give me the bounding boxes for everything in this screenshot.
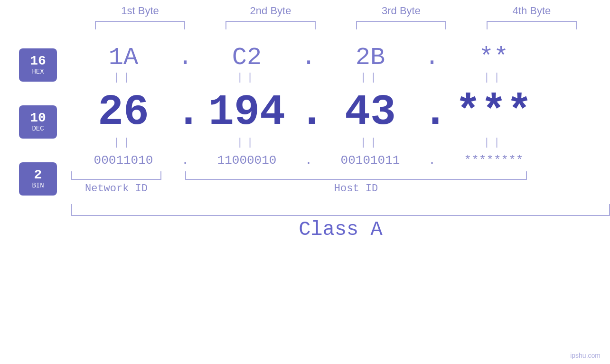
hex-name: HEX (32, 68, 44, 76)
hex-b3: 2B (318, 44, 422, 72)
eq2-b3: || (318, 137, 422, 149)
bin-num: 2 (34, 168, 42, 182)
byte1-header: 1st Byte (88, 5, 192, 17)
hex-b4: ** (441, 44, 546, 72)
bin-b4: ******** (441, 153, 546, 168)
class-bar (71, 204, 610, 216)
byte2-header: 2nd Byte (218, 5, 323, 17)
eq2-b1: || (71, 137, 176, 149)
class-label: Class A (71, 218, 610, 241)
hex-dot1: . (176, 44, 195, 72)
class-section: Class A (71, 204, 610, 241)
content-area: 16 HEX 10 DEC 2 BIN 1A . C2 . 2B . ** (0, 39, 610, 241)
byte-headers: 1st Byte 2nd Byte 3rd Byte 4th Byte (75, 5, 597, 17)
bracket-top-3 (356, 21, 446, 29)
dec-b2: 194 (195, 88, 299, 137)
eq1-b3: || (318, 72, 422, 84)
hex-b1: 1A (71, 44, 176, 72)
eq2-b4: || (441, 137, 546, 149)
bin-b2: 11000010 (195, 153, 299, 168)
dec-dot3: . (422, 88, 441, 137)
hex-num: 16 (30, 55, 46, 68)
bottom-brackets (71, 171, 610, 180)
bracket-top-4 (487, 21, 577, 29)
watermark: ipshu.com (570, 352, 601, 359)
bin-dot3: . (422, 153, 441, 168)
equals-row-2: || || || || (71, 137, 610, 149)
base-labels: 16 HEX 10 DEC 2 BIN (19, 39, 57, 196)
bin-name: BIN (32, 182, 44, 190)
bracket-network (71, 171, 161, 180)
eq1-b2: || (195, 72, 299, 84)
equals-row-1: || || || || (71, 72, 610, 84)
bin-b3: 00101011 (318, 153, 422, 168)
dec-dot2: . (299, 88, 318, 137)
network-id-label: Network ID (71, 183, 161, 195)
eq1-b4: || (441, 72, 546, 84)
bin-badge: 2 BIN (19, 162, 57, 196)
dec-name: DEC (32, 125, 44, 133)
main-container: 1st Byte 2nd Byte 3rd Byte 4th Byte 16 H… (0, 0, 610, 364)
dec-dot1: . (176, 88, 195, 137)
eq2-b2: || (195, 137, 299, 149)
bracket-top-2 (225, 21, 316, 29)
hex-b2: C2 (195, 44, 299, 72)
dec-row: 26 . 194 . 43 . *** (71, 88, 610, 137)
eq1-b1: || (71, 72, 176, 84)
hex-dot2: . (299, 44, 318, 72)
dec-num: 10 (30, 112, 46, 125)
byte3-header: 3rd Byte (349, 5, 453, 17)
values-grid: 1A . C2 . 2B . ** || || || || 26 (71, 39, 610, 241)
hex-badge: 16 HEX (19, 48, 57, 82)
bin-dot2: . (299, 153, 318, 168)
dec-badge: 10 DEC (19, 105, 57, 139)
dec-b4: *** (441, 88, 546, 137)
bracket-host (185, 171, 527, 180)
hex-row: 1A . C2 . 2B . ** (71, 44, 610, 72)
bin-b1: 00011010 (71, 153, 176, 168)
host-id-label: Host ID (185, 183, 527, 195)
dec-b1: 26 (71, 88, 176, 137)
bracket-top-1 (95, 21, 185, 29)
dec-b3: 43 (318, 88, 422, 137)
label-row: Network ID Host ID (71, 183, 610, 195)
hex-dot3: . (422, 44, 441, 72)
bottom-section: Network ID Host ID (71, 171, 610, 195)
bin-row: 00011010 . 11000010 . 00101011 . *******… (71, 153, 610, 168)
top-brackets (75, 21, 597, 29)
byte4-header: 4th Byte (479, 5, 584, 17)
bin-dot1: . (176, 153, 195, 168)
